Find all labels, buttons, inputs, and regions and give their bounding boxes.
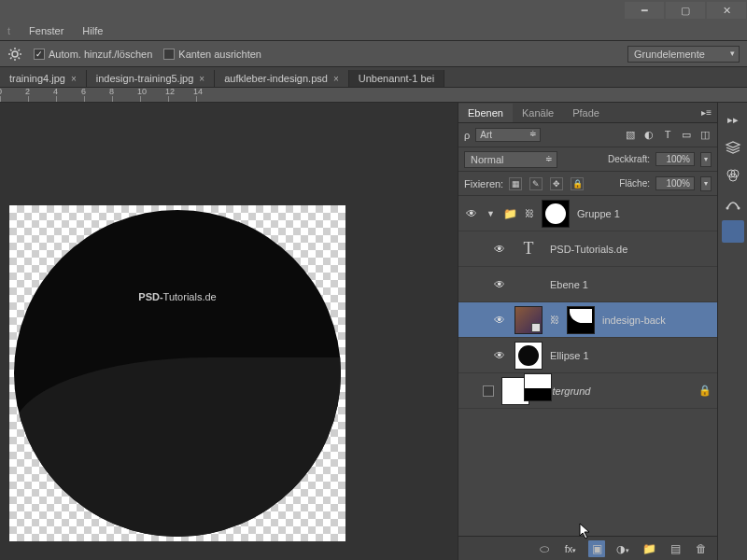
lock-all-icon[interactable]: 🔒	[571, 177, 584, 190]
auto-add-checkbox[interactable]	[34, 49, 45, 60]
doc-tab-4[interactable]: Unbenannt-1 bei	[349, 70, 444, 87]
menu-bar: t Fenster Hilfe	[0, 21, 747, 41]
doc-tab-3[interactable]: aufkleber-indesign.psd×	[215, 70, 349, 87]
gear-icon[interactable]	[7, 47, 22, 62]
ruler-tick: 14	[193, 88, 203, 96]
filter-kind-select[interactable]: Art	[475, 128, 541, 142]
dock-active-panel-icon[interactable]	[722, 220, 744, 243]
filter-smart-icon[interactable]: ◫	[698, 129, 712, 141]
doc-tab-label: indesign-training5.jpg	[96, 73, 194, 84]
lock-row: Fixieren: ▦ ✎ ✥ 🔒 Fläche: 100% ▾	[458, 172, 717, 196]
layer-row-text[interactable]: 👁 T PSD-Tutorials.de	[458, 231, 717, 267]
visibility-off-icon[interactable]	[483, 385, 494, 397]
visibility-icon[interactable]: 👁	[492, 314, 507, 327]
menu-fenster[interactable]: Fenster	[29, 25, 63, 36]
lock-position-icon[interactable]: ✥	[550, 177, 563, 190]
filter-pixel-icon[interactable]: ▧	[624, 129, 637, 141]
align-edges-checkbox[interactable]	[163, 49, 175, 60]
close-button[interactable]: ✕	[707, 2, 746, 19]
dock-channels-icon[interactable]	[722, 164, 744, 187]
lock-icon: 🔒	[698, 385, 712, 397]
layer-row-background[interactable]: 👁 Hintergrund 🔒	[458, 373, 717, 409]
filter-adjust-icon[interactable]: ◐	[642, 129, 655, 141]
layer-name[interactable]: PSD-Tutorials.de	[550, 244, 627, 255]
layer-row-shape[interactable]: 👁 Ellipse 1	[458, 338, 717, 373]
layer-fx-icon[interactable]: fx▾	[562, 542, 579, 555]
close-icon[interactable]: ×	[199, 74, 204, 84]
ruler-tick: 6	[81, 88, 86, 96]
maximize-button[interactable]: ▢	[666, 2, 705, 19]
fill-label: Fläche:	[619, 178, 650, 189]
dock-expand-icon[interactable]: ▸▸	[722, 108, 744, 131]
close-icon[interactable]: ×	[71, 74, 77, 84]
new-group-icon[interactable]: 📁	[641, 542, 657, 555]
tab-pfade[interactable]: Pfade	[563, 104, 609, 122]
adjustment-layer-icon[interactable]: ◑▾	[614, 542, 631, 555]
dock-paths-icon[interactable]	[722, 192, 744, 215]
chevron-down-icon[interactable]: ▼	[486, 209, 496, 218]
ruler-tick: 4	[53, 88, 58, 96]
visibility-icon[interactable]: 👁	[492, 243, 507, 256]
visibility-icon[interactable]: 👁	[464, 207, 479, 220]
layer-filter-row: ρ Art ▧ ◐ T ▭ ◫	[458, 123, 717, 147]
close-icon[interactable]: ×	[333, 74, 339, 84]
ruler-tick: 0	[0, 88, 2, 96]
layer-row-smart[interactable]: 👁 ⛓ indesign-back	[458, 302, 717, 338]
filter-text-icon[interactable]: T	[661, 129, 674, 141]
new-layer-icon[interactable]: ▤	[667, 542, 684, 555]
opacity-caret[interactable]: ▾	[700, 152, 712, 167]
layer-row-pixel[interactable]: 👁 Ebene 1	[458, 267, 717, 302]
horizontal-ruler: 0 2 4 6 8 10 12 14	[0, 88, 747, 103]
tab-kanale[interactable]: Kanäle	[513, 104, 563, 122]
layers-panel: Ebenen Kanäle Pfade ▸≡ ρ Art ▧ ◐ T ▭ ◫ N…	[458, 103, 717, 560]
ruler-tick: 12	[165, 88, 175, 96]
layer-name[interactable]: Ebene 1	[550, 279, 588, 290]
delete-layer-icon[interactable]: 🗑	[693, 542, 710, 555]
canvas-area[interactable]: PSD-Tutorials.de	[0, 103, 458, 560]
lock-transparency-icon[interactable]: ▦	[509, 177, 522, 190]
smart-object-thumbnail[interactable]	[514, 306, 543, 334]
shape-thumbnail[interactable]	[514, 342, 543, 370]
doc-tab-label: Unbenannt-1 bei	[359, 73, 434, 84]
visibility-icon[interactable]: 👁	[492, 278, 507, 291]
tab-ebenen[interactable]: Ebenen	[458, 104, 513, 122]
opacity-input[interactable]: 100%	[655, 152, 695, 166]
artwork-disc: PSD-Tutorials.de	[14, 210, 341, 537]
minimize-button[interactable]: ━	[625, 2, 664, 19]
filter-shape-icon[interactable]: ▭	[680, 129, 693, 141]
visibility-icon[interactable]: 👁	[492, 349, 507, 362]
ruler-tick: 2	[25, 88, 30, 96]
mask-thumbnail[interactable]	[542, 200, 570, 228]
folder-icon: 📁	[503, 207, 517, 220]
fill-caret[interactable]: ▾	[700, 176, 712, 191]
filter-kind-icon: ρ	[464, 130, 470, 141]
svg-point-4	[726, 207, 728, 210]
collapsed-dock: ▸▸	[717, 103, 747, 560]
layer-name[interactable]: indesign-back	[602, 315, 666, 326]
doc-tab-2[interactable]: indesign-training5.jpg×	[87, 70, 215, 87]
lock-pixels-icon[interactable]: ✎	[529, 177, 543, 190]
panel-tab-strip: Ebenen Kanäle Pfade ▸≡	[458, 103, 717, 123]
menu-hilfe[interactable]: Hilfe	[82, 25, 103, 36]
menu-truncated: t	[7, 25, 10, 36]
preset-dropdown[interactable]: Grundelemente	[627, 46, 740, 63]
align-edges-label: Kanten ausrichten	[178, 49, 261, 60]
layer-name[interactable]: Gruppe 1	[577, 208, 620, 219]
link-icon: ⛓	[550, 315, 559, 325]
add-mask-icon[interactable]: ▣	[588, 540, 605, 557]
opacity-label: Deckkraft:	[608, 154, 650, 164]
artwork-text: PSD-Tutorials.de	[14, 289, 341, 303]
doc-tab-1[interactable]: training4.jpg×	[0, 70, 87, 87]
link-icon: ⛓	[525, 208, 534, 218]
mask-thumbnail[interactable]	[567, 306, 595, 334]
layer-name[interactable]: Ellipse 1	[550, 350, 589, 361]
window-titlebar: ━ ▢ ✕	[0, 0, 747, 21]
fill-input[interactable]: 100%	[655, 176, 695, 190]
layer-thumbnail[interactable]	[524, 373, 552, 401]
blend-mode-select[interactable]: Normal	[464, 151, 557, 168]
dock-layers-icon[interactable]	[722, 136, 744, 159]
link-layers-icon[interactable]: ⬭	[536, 542, 553, 555]
layer-row-group[interactable]: 👁 ▼ 📁 ⛓ Gruppe 1	[458, 196, 717, 231]
auto-add-label: Autom. hinzuf./löschen	[49, 49, 152, 60]
panel-menu-icon[interactable]: ▸≡	[696, 107, 717, 118]
